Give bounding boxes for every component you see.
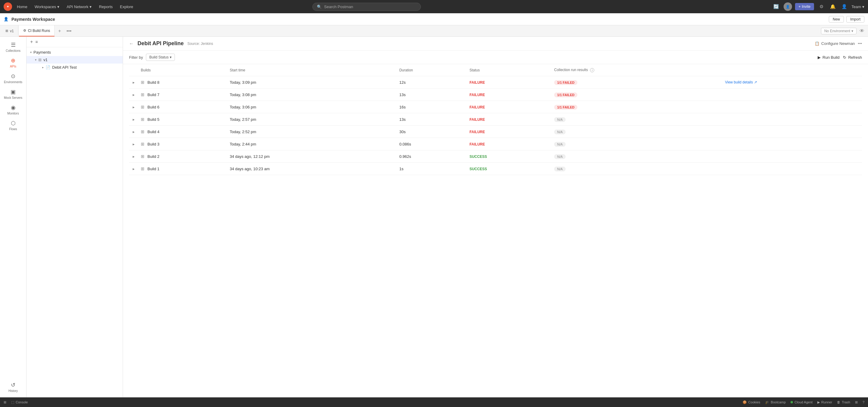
bottom-right-area: 🍪 Cookies 🎓 Bootcamp Cloud Agent ▶ Runne… <box>743 400 864 404</box>
refresh-button[interactable]: ↻ Refresh <box>843 55 862 60</box>
tab-ci-label: CI Build Runs <box>28 29 50 33</box>
search-bar[interactable]: 🔍 Search Postman <box>312 3 421 11</box>
status-cell: FAILURE <box>467 89 552 101</box>
table-row: ▸ ⊞ Build 1 34 days ago, 10:23 am 1s SUC… <box>129 163 862 175</box>
collection-result-cell: 1/1 FAILED <box>552 101 723 113</box>
toggle-sidebar-button[interactable]: ⊞ <box>4 400 6 404</box>
col-collection-run-results: Collection run results i <box>552 64 723 76</box>
header-right: 📋 Configure Newman ••• <box>815 41 862 46</box>
col-builds: Builds <box>138 64 227 76</box>
sidebar-item-collections[interactable]: ☰ Collections <box>0 39 26 55</box>
notifications-icon[interactable]: 🔔 <box>829 2 837 11</box>
row-expand-button[interactable]: ▸ <box>131 116 136 123</box>
cloud-agent-button[interactable]: Cloud Agent <box>790 400 812 404</box>
failed-badge: 1/1 FAILED <box>554 80 577 85</box>
configure-newman-icon: 📋 <box>815 41 819 46</box>
build-icon: ⊞ <box>141 129 145 134</box>
collection-result-cell: N/A <box>552 138 723 150</box>
more-tabs-button[interactable]: ••• <box>64 28 73 34</box>
add-tab-button[interactable]: + <box>55 28 64 34</box>
status-cell: FAILURE <box>467 101 552 113</box>
sidebar-item-history[interactable]: ↺ History <box>0 379 26 395</box>
sidebar-item-environments[interactable]: ⊙ Environments <box>0 70 26 86</box>
nav-workspaces[interactable]: Workspaces <box>32 3 62 10</box>
row-expand-button[interactable]: ▸ <box>131 91 136 98</box>
start-time-cell: 34 days ago, 12:12 pm <box>227 150 397 163</box>
status-cell: FAILURE <box>467 126 552 138</box>
filter-icon[interactable]: ≡ <box>35 39 38 44</box>
bootcamp-button[interactable]: 🎓 Bootcamp <box>765 400 786 404</box>
build-name-cell: ⊞ Build 1 <box>141 166 225 171</box>
add-item-button[interactable]: + <box>30 39 33 44</box>
logo-icon <box>4 2 12 11</box>
configure-newman-button[interactable]: 📋 Configure Newman <box>815 41 855 46</box>
row-expand-button[interactable]: ▸ <box>131 128 136 135</box>
tree-item-debit-api-test[interactable]: 📄 Debit API Test <box>27 64 123 71</box>
trash-icon: 🗑 <box>837 400 840 404</box>
avatar[interactable]: 👤 <box>783 2 792 11</box>
collection-result-cell: N/A <box>552 150 723 163</box>
build-status-filter[interactable]: Build Status <box>146 54 175 61</box>
content-more-options-button[interactable]: ••• <box>858 41 862 46</box>
row-expand-button[interactable]: ▸ <box>131 104 136 110</box>
nav-reports[interactable]: Reports <box>96 3 115 10</box>
bootcamp-icon: 🎓 <box>765 400 769 404</box>
duration-cell: 13s <box>397 89 467 101</box>
cookies-button[interactable]: 🍪 Cookies <box>743 400 761 404</box>
new-button[interactable]: New <box>829 16 844 23</box>
settings-icon[interactable]: ⚙ <box>817 2 826 11</box>
build-name-label: Build 1 <box>148 167 159 171</box>
tab-v1[interactable]: ⊞ v1 <box>1 25 19 36</box>
tree-item-v1[interactable]: ⊞ v1 <box>27 56 123 64</box>
nav-explore[interactable]: Explore <box>118 3 136 10</box>
environment-selector[interactable]: No Environment <box>821 28 857 34</box>
collection-result-cell: N/A <box>552 126 723 138</box>
sidebar-toggle-icon: ⊞ <box>4 400 6 404</box>
table-row: ▸ ⊞ Build 3 Today, 2:44 pm 0.086s FAILUR… <box>129 138 862 150</box>
profile-icon[interactable]: 👤 <box>840 2 848 11</box>
tree-root-payments[interactable]: Payments <box>27 48 123 56</box>
sidebar: ☰ Collections ⊕ APIs ⊙ Environments ▣ Mo… <box>0 37 27 397</box>
nav-api-network[interactable]: API Network <box>64 3 94 10</box>
refresh-icon: ↻ <box>843 55 846 60</box>
search-icon: 🔍 <box>317 4 322 9</box>
row-expand-button[interactable]: ▸ <box>131 153 136 160</box>
col-start-time: Start time <box>227 64 397 76</box>
cookies-icon: 🍪 <box>743 400 747 404</box>
eye-icon[interactable]: 👁 <box>857 28 867 34</box>
sidebar-item-monitors[interactable]: ◉ Monitors <box>0 102 26 117</box>
expand-button[interactable]: ⊞ <box>855 400 858 404</box>
table-row: ▸ ⊞ Build 2 34 days ago, 12:12 pm 0.962s… <box>129 150 862 163</box>
start-time-cell: Today, 2:44 pm <box>227 138 397 150</box>
console-button[interactable]: ⬚ Console <box>11 400 28 404</box>
team-button[interactable]: Team <box>851 4 864 9</box>
status-badge: SUCCESS <box>469 167 487 171</box>
build-status-filter-label: Build Status <box>149 55 168 59</box>
content-header: ← Debit API Pipeline Source: Jenkins 📋 C… <box>123 37 868 50</box>
nav-home[interactable]: Home <box>14 3 30 10</box>
row-expand-button[interactable]: ▸ <box>131 141 136 147</box>
v1-type-icon: ⊞ <box>38 58 41 62</box>
mock-servers-icon: ▣ <box>10 89 16 95</box>
col-status: Status <box>467 64 552 76</box>
run-build-button[interactable]: ▶ Run Build <box>818 55 839 60</box>
trash-button[interactable]: 🗑 Trash <box>837 400 850 404</box>
help-button[interactable]: ? <box>863 400 864 404</box>
view-build-details-link[interactable]: View build details ↗ <box>725 80 860 84</box>
team-chevron-icon <box>862 4 864 9</box>
import-button[interactable]: Import <box>846 16 864 23</box>
runner-button[interactable]: ▶ Runner <box>817 400 832 404</box>
row-expand-button[interactable]: ▸ <box>131 79 136 86</box>
environments-icon: ⊙ <box>11 73 16 79</box>
sidebar-item-mock-servers[interactable]: ▣ Mock Servers <box>0 86 26 102</box>
back-button[interactable]: ← <box>129 41 134 46</box>
sidebar-item-apis[interactable]: ⊕ APIs <box>0 55 26 70</box>
collection-result-cell: 1/1 FAILED <box>552 76 723 89</box>
build-name-cell: ⊞ Build 7 <box>141 92 225 97</box>
status-badge: FAILURE <box>469 105 485 109</box>
page-title: Debit API Pipeline <box>137 40 184 47</box>
sidebar-item-flows[interactable]: ⬡ Flows <box>0 117 26 133</box>
tab-ci-build-runs[interactable]: ⚙ CI Build Runs <box>19 25 55 36</box>
invite-button[interactable]: + Invite <box>795 3 814 10</box>
row-expand-button[interactable]: ▸ <box>131 165 136 172</box>
